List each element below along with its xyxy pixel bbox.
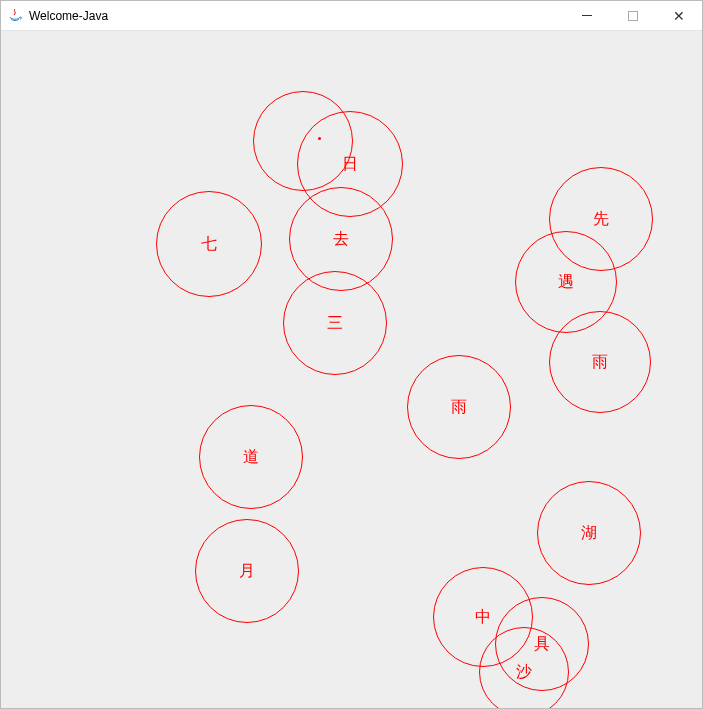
bubble-label: 雨 <box>592 354 608 370</box>
maximize-button[interactable] <box>610 1 656 31</box>
bubble-yu2: 雨 <box>549 311 651 413</box>
bubble-hu: 湖 <box>537 481 641 585</box>
app-window: Welcome-Java ✕ 日去七三先遇雨雨道月湖中具沙 <box>0 0 703 709</box>
bubble-dao: 道 <box>199 405 303 509</box>
bubble-label: 三 <box>327 315 343 331</box>
bubble-yue: 月 <box>195 519 299 623</box>
bubble-label: 七 <box>201 236 217 252</box>
bubble-label: 中 <box>475 609 491 625</box>
bubble-label: 去 <box>333 231 349 247</box>
java-app-icon <box>7 8 23 24</box>
window-title: Welcome-Java <box>29 9 108 23</box>
bubble-label: 道 <box>243 449 259 465</box>
bubble-empty <box>253 91 353 191</box>
bubble-qi: 七 <box>156 191 262 297</box>
bubble-label: 湖 <box>581 525 597 541</box>
bubble-sha: 沙 <box>479 627 569 708</box>
bubble-label: 雨 <box>451 399 467 415</box>
bubble-san: 三 <box>283 271 387 375</box>
bubble-label: 遇 <box>558 274 574 290</box>
dot-marker <box>318 137 321 140</box>
bubble-label: 先 <box>593 211 609 227</box>
bubble-label: 沙 <box>516 664 532 680</box>
canvas-area[interactable]: 日去七三先遇雨雨道月湖中具沙 <box>1 31 702 708</box>
titlebar[interactable]: Welcome-Java ✕ <box>1 1 702 31</box>
close-button[interactable]: ✕ <box>656 1 702 31</box>
minimize-button[interactable] <box>564 1 610 31</box>
bubble-label: 月 <box>239 563 255 579</box>
bubble-yu3: 雨 <box>407 355 511 459</box>
